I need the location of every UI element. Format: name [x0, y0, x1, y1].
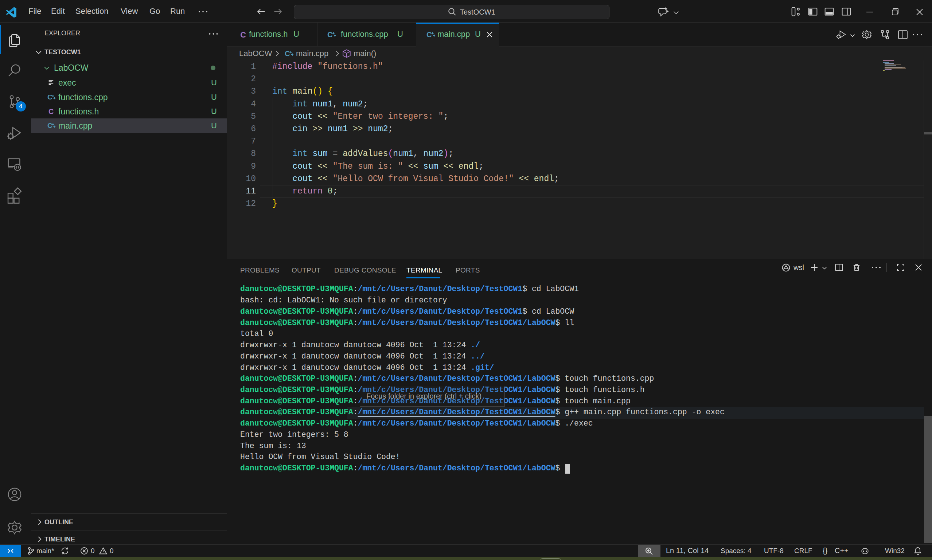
svg-text:C: C	[240, 30, 246, 39]
svg-text:C: C	[48, 93, 52, 101]
svg-text:C: C	[48, 108, 54, 115]
svg-text:C: C	[48, 122, 52, 129]
svg-text:C: C	[427, 30, 432, 38]
svg-text:C: C	[327, 30, 333, 38]
svg-text:C: C	[285, 49, 290, 58]
